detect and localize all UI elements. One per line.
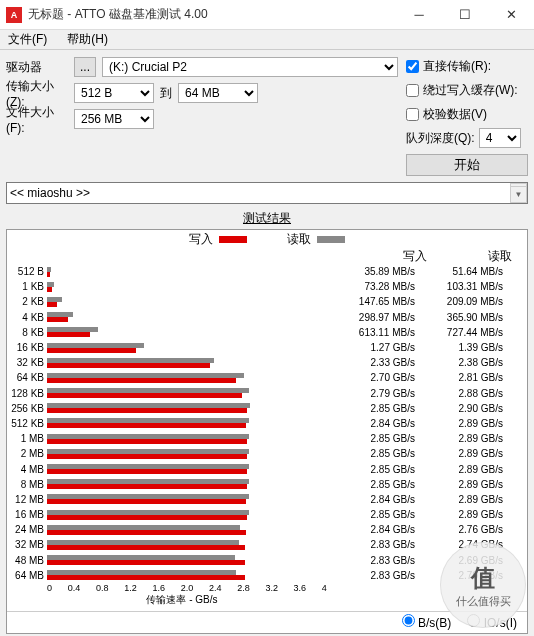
- file-size-label: 文件大小(F):: [6, 104, 68, 135]
- column-read: 读取: [427, 248, 512, 265]
- column-write: 写入: [342, 248, 427, 265]
- y-tick: 2 KB: [7, 294, 47, 309]
- menu-bar: 文件(F) 帮助(H): [0, 30, 534, 50]
- title-bar: A 无标题 - ATTO 磁盘基准测试 4.00 ─ ☐ ✕: [0, 0, 534, 30]
- chart-row: 2.85 GB/s2.89 GB/s: [47, 431, 527, 446]
- description-textarea[interactable]: << miaoshu >> ▲ ▼: [6, 182, 528, 204]
- radio-bytes-per-sec[interactable]: B/s(B): [402, 614, 452, 630]
- chart-row: 1.27 GB/s1.39 GB/s: [47, 340, 527, 355]
- y-tick: 256 KB: [7, 401, 47, 416]
- verify-data-checkbox[interactable]: 校验数据(V): [406, 104, 528, 124]
- y-tick: 24 MB: [7, 522, 47, 537]
- close-button[interactable]: ✕: [488, 0, 534, 29]
- chart-row: 2.84 GB/s2.89 GB/s: [47, 492, 527, 507]
- x-tick: 2.4: [209, 583, 222, 593]
- y-tick: 4 KB: [7, 310, 47, 325]
- x-tick: 0.8: [96, 583, 109, 593]
- to-label: 到: [160, 85, 172, 102]
- file-size-select[interactable]: 256 MB: [74, 109, 154, 129]
- legend-read-swatch: [317, 236, 345, 243]
- y-tick: 2 MB: [7, 446, 47, 461]
- transfer-size-from[interactable]: 512 B: [74, 83, 154, 103]
- x-tick: 0: [47, 583, 52, 593]
- x-tick: 4: [322, 583, 327, 593]
- chart-row: 298.97 MB/s365.90 MB/s: [47, 310, 527, 325]
- chart-row: 613.11 MB/s727.44 MB/s: [47, 325, 527, 340]
- chart-row: 2.85 GB/s2.89 GB/s: [47, 446, 527, 461]
- app-icon: A: [6, 7, 22, 23]
- chart-row: 2.84 GB/s2.76 GB/s: [47, 522, 527, 537]
- y-tick: 12 MB: [7, 492, 47, 507]
- y-tick: 32 KB: [7, 355, 47, 370]
- x-tick: 2.0: [181, 583, 194, 593]
- y-tick: 16 KB: [7, 340, 47, 355]
- chart-row: 2.85 GB/s2.89 GB/s: [47, 507, 527, 522]
- minimize-button[interactable]: ─: [396, 0, 442, 29]
- x-tick: 0.4: [68, 583, 81, 593]
- x-tick: 3.2: [265, 583, 278, 593]
- y-tick: 512 B: [7, 264, 47, 279]
- x-tick: 1.2: [124, 583, 137, 593]
- x-tick: 3.6: [294, 583, 307, 593]
- y-tick: 128 KB: [7, 386, 47, 401]
- chart-row: 2.70 GB/s2.81 GB/s: [47, 370, 527, 385]
- y-tick: 8 KB: [7, 325, 47, 340]
- direct-io-checkbox[interactable]: 直接传输(R):: [406, 56, 528, 76]
- chart-row: 147.65 MB/s209.09 MB/s: [47, 294, 527, 309]
- y-tick: 64 MB: [7, 568, 47, 583]
- chart-row: 73.28 MB/s103.31 MB/s: [47, 279, 527, 294]
- bypass-cache-checkbox[interactable]: 绕过写入缓存(W):: [406, 80, 528, 100]
- chart-row: 2.85 GB/s2.90 GB/s: [47, 401, 527, 416]
- queue-depth-label: 队列深度(Q):: [406, 130, 475, 147]
- x-tick: 1.6: [152, 583, 165, 593]
- y-tick: 1 MB: [7, 431, 47, 446]
- y-tick: 1 KB: [7, 279, 47, 294]
- y-tick: 32 MB: [7, 537, 47, 552]
- chart-row: 2.85 GB/s2.89 GB/s: [47, 461, 527, 476]
- chart-row: 2.79 GB/s2.88 GB/s: [47, 386, 527, 401]
- chart-row: 2.84 GB/s2.89 GB/s: [47, 416, 527, 431]
- y-tick: 48 MB: [7, 553, 47, 568]
- scroll-down-icon[interactable]: ▼: [510, 186, 527, 203]
- y-tick: 512 KB: [7, 416, 47, 431]
- x-tick: 2.8: [237, 583, 250, 593]
- legend-write-swatch: [219, 236, 247, 243]
- maximize-button[interactable]: ☐: [442, 0, 488, 29]
- menu-file[interactable]: 文件(F): [4, 29, 51, 50]
- y-tick: 64 KB: [7, 370, 47, 385]
- start-button[interactable]: 开始: [406, 154, 528, 176]
- drive-label: 驱动器: [6, 59, 68, 76]
- chart-row: 2.85 GB/s2.89 GB/s: [47, 477, 527, 492]
- legend-write-label: 写入: [189, 231, 213, 248]
- drive-select[interactable]: (K:) Crucial P2: [102, 57, 398, 77]
- legend-read-label: 读取: [287, 231, 311, 248]
- menu-help[interactable]: 帮助(H): [63, 29, 112, 50]
- queue-depth-select[interactable]: 4: [479, 128, 521, 148]
- chart-row: 35.89 MB/s51.64 MB/s: [47, 264, 527, 279]
- y-tick: 16 MB: [7, 507, 47, 522]
- chart-row: 2.83 GB/s2.74 GB/s: [47, 537, 527, 552]
- window-title: 无标题 - ATTO 磁盘基准测试 4.00: [28, 6, 396, 23]
- y-tick: 4 MB: [7, 461, 47, 476]
- y-tick: 8 MB: [7, 477, 47, 492]
- transfer-size-to[interactable]: 64 MB: [178, 83, 258, 103]
- chart-row: 2.33 GB/s2.38 GB/s: [47, 355, 527, 370]
- browse-button[interactable]: ...: [74, 57, 96, 77]
- results-title: 测试结果: [6, 208, 528, 229]
- watermark: 值 什么值得买: [440, 542, 526, 628]
